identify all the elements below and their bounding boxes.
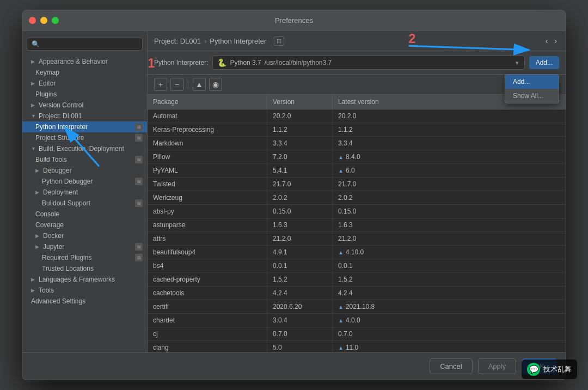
sidebar-item-trusted-locations[interactable]: Trusted Locations: [22, 263, 147, 274]
td-version: 3.3.4: [267, 137, 333, 150]
back-button[interactable]: ‹: [543, 35, 550, 46]
td-latest: 4.2.4: [333, 287, 566, 300]
main-panel: Project: DL001 › Python Interpreter ⊟ ‹ …: [148, 31, 566, 352]
bottom-bar: Cancel Apply OK: [22, 352, 566, 380]
dropdown-arrow-icon: ▼: [514, 60, 520, 66]
sidebar-item-build-tools[interactable]: Build Tools ⊟: [22, 154, 147, 165]
sidebar-item-required-plugins[interactable]: Required Plugins ⊟: [22, 252, 147, 263]
sidebar-item-plugins[interactable]: Plugins: [22, 89, 147, 100]
td-package: Automat: [148, 109, 267, 123]
sidebar-item-python-debugger[interactable]: Python Debugger ⊟: [22, 176, 147, 187]
table-row[interactable]: absl-py 0.15.0 0.15.0: [148, 205, 566, 218]
minimize-button[interactable]: [40, 17, 47, 24]
apply-button[interactable]: Apply: [478, 358, 517, 374]
cancel-button[interactable]: Cancel: [430, 358, 472, 374]
packages-toolbar: + − ▲ ◉: [148, 75, 566, 95]
chevron-icon: ▼: [31, 146, 36, 151]
badge-icon: ⊟: [135, 254, 143, 261]
up-button[interactable]: ▲: [193, 78, 206, 91]
packages-area: Package Version Latest version Automat 2…: [148, 95, 566, 352]
td-package: absl-py: [148, 205, 267, 218]
sidebar-item-appearance[interactable]: ▶ Appearance & Behavior: [22, 56, 147, 67]
pin-icon: ⊟: [274, 36, 284, 46]
table-row[interactable]: cached-property 1.5.2 1.5.2: [148, 273, 566, 287]
td-latest: 20.2.0: [333, 109, 566, 123]
td-package: clang: [148, 341, 267, 352]
table-row[interactable]: cachetools 4.2.4 4.2.4: [148, 287, 566, 300]
table-row[interactable]: PyYAML 5.4.1 ▲6.0: [148, 164, 566, 178]
sidebar-item-python-interpreter[interactable]: Python Interpreter ⊟: [22, 121, 147, 132]
table-row[interactable]: beautifulsoup4 4.9.1 ▲4.10.0: [148, 246, 566, 259]
breadcrumb-project: Project: DL001: [154, 37, 201, 45]
table-row[interactable]: Werkzeug 2.0.2 2.0.2: [148, 191, 566, 205]
sidebar-item-advanced[interactable]: Advanced Settings: [22, 296, 147, 307]
chevron-icon: ▶: [31, 81, 36, 86]
breadcrumb-bar: Project: DL001 › Python Interpreter ⊟ ‹ …: [148, 31, 566, 51]
td-latest: 0.7.0: [333, 327, 566, 340]
td-package: Pillow: [148, 150, 267, 163]
close-button[interactable]: [29, 17, 36, 24]
watermark: 💬 技术乱舞: [522, 359, 577, 379]
sidebar-item-jupyter[interactable]: ▶ Jupyter ⊟: [22, 241, 147, 252]
sidebar-item-project[interactable]: ▼ Project: DL001: [22, 111, 147, 121]
eye-button[interactable]: ◉: [209, 78, 222, 91]
table-row[interactable]: certifi 2020.6.20 ▲2021.10.8: [148, 300, 566, 314]
sidebar-item-keymap[interactable]: Keymap: [22, 67, 147, 78]
sidebar-item-version-control[interactable]: ▶ Version Control: [22, 100, 147, 111]
td-version: 4.9.1: [267, 246, 333, 259]
sidebar-item-project-structure[interactable]: Project Structure ⊟: [22, 132, 147, 143]
forward-button[interactable]: ›: [552, 35, 559, 46]
table-row[interactable]: attrs 21.2.0 21.2.0: [148, 232, 566, 246]
interpreter-label: Python Interpreter:: [154, 59, 208, 66]
sidebar-item-deployment[interactable]: ▶ Deployment: [22, 187, 147, 198]
table-row[interactable]: Automat 20.2.0 20.2.0: [148, 109, 566, 123]
sidebar-item-build-exec[interactable]: ▼ Build, Execution, Deployment: [22, 143, 147, 154]
sidebar-item-docker[interactable]: ▶ Docker: [22, 230, 147, 241]
table-row[interactable]: bs4 0.0.1 0.0.1: [148, 259, 566, 273]
sidebar-item-debugger[interactable]: ▶ Debugger: [22, 165, 147, 176]
sidebar-item-coverage[interactable]: Coverage: [22, 220, 147, 230]
interpreter-select[interactable]: 🐍 Python 3.7 /usr/local/bin/python3.7 ▼: [212, 56, 524, 70]
upgrade-arrow-icon: ▲: [338, 304, 344, 310]
dropdown-add-item[interactable]: Add...: [505, 75, 559, 89]
table-row[interactable]: Twisted 21.7.0 21.7.0: [148, 178, 566, 191]
table-row[interactable]: chardet 3.0.4 ▲4.0.0: [148, 314, 566, 327]
sidebar-item-languages[interactable]: ▶ Languages & Frameworks: [22, 274, 147, 285]
breadcrumb-separator: ›: [204, 37, 206, 45]
td-version: 20.2.0: [267, 109, 333, 123]
chevron-icon: ▶: [35, 190, 41, 195]
table-row[interactable]: Pillow 7.2.0 ▲8.4.0: [148, 150, 566, 164]
breadcrumb-current: Python Interpreter: [210, 37, 266, 45]
table-row[interactable]: astunparse 1.6.3 1.6.3: [148, 218, 566, 232]
add-button[interactable]: Add...: [529, 56, 559, 69]
badge-icon: ⊟: [135, 123, 143, 131]
chevron-icon: ▶: [31, 102, 36, 108]
chevron-icon: ▶: [35, 168, 41, 173]
add-package-button[interactable]: +: [154, 78, 167, 91]
sidebar-item-buildout[interactable]: Buildout Support ⊟: [22, 198, 147, 209]
remove-package-button[interactable]: −: [170, 78, 183, 91]
td-latest: 1.5.2: [333, 273, 566, 286]
td-package: beautifulsoup4: [148, 246, 267, 259]
maximize-button[interactable]: [52, 17, 59, 24]
table-row[interactable]: clang 5.0 ▲11.0: [148, 341, 566, 352]
td-package: chardet: [148, 314, 267, 327]
main-content: ▶ Appearance & Behavior Keymap ▶ Editor …: [22, 31, 566, 352]
td-package: certifi: [148, 300, 267, 313]
sidebar-item-tools[interactable]: ▶ Tools: [22, 285, 147, 296]
dropdown-show-all-item[interactable]: Show All...: [505, 89, 559, 103]
td-version: 3.0.4: [267, 314, 333, 327]
table-row[interactable]: Markdown 3.3.4 3.3.4: [148, 137, 566, 150]
table-row[interactable]: cj 0.7.0 0.7.0: [148, 327, 566, 341]
td-version: 0.7.0: [267, 327, 333, 340]
td-latest: 1.1.2: [333, 123, 566, 136]
breadcrumb-nav: ‹ ›: [543, 35, 559, 46]
td-latest: 0.0.1: [333, 259, 566, 272]
sidebar-item-console[interactable]: Console: [22, 209, 147, 220]
table-row[interactable]: Keras-Preprocessing 1.1.2 1.1.2: [148, 123, 566, 137]
sidebar-item-editor[interactable]: ▶ Editor: [22, 78, 147, 89]
title-bar: Preferences: [22, 10, 566, 31]
badge-icon: ⊟: [135, 134, 143, 142]
search-input[interactable]: [27, 38, 143, 51]
td-latest: 3.3.4: [333, 137, 566, 150]
